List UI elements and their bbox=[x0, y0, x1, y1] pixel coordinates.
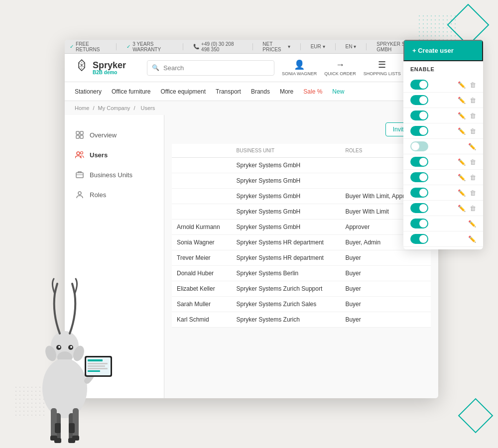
table-row: Donald Huber Spryker Systems Berlin Buye… bbox=[172, 266, 431, 281]
delete-icon[interactable]: 🗑 bbox=[470, 81, 476, 89]
svg-rect-37 bbox=[88, 365, 105, 367]
enable-row: ✏️ 🗑 bbox=[403, 170, 483, 185]
delete-icon[interactable]: 🗑 bbox=[470, 127, 476, 135]
nav-item-stationery[interactable]: Stationery bbox=[75, 83, 102, 100]
delete-icon[interactable]: 🗑 bbox=[470, 189, 476, 197]
business-units-icon bbox=[75, 170, 85, 180]
edit-icon[interactable]: ✏️ bbox=[458, 127, 466, 135]
cell-business-unit: Spryker Systems Zurich bbox=[232, 312, 341, 328]
phone-notice: 📞 +49 (0) 30 208 498 350 bbox=[193, 41, 242, 52]
currency-chevron-icon: ▾ bbox=[323, 44, 325, 49]
nav-item-new[interactable]: New bbox=[332, 83, 344, 100]
breadcrumb-my-company[interactable]: My Company bbox=[98, 105, 130, 111]
edit-icon[interactable]: ✏️ bbox=[458, 174, 466, 181]
logo-subtitle: B2B demo bbox=[93, 70, 126, 75]
table-row: Arnold Kurmann Spryker Systems GmbH Appr… bbox=[172, 220, 431, 235]
enable-toggle-0[interactable] bbox=[410, 80, 428, 90]
cell-name bbox=[172, 204, 232, 220]
edit-icon[interactable]: ✏️ bbox=[458, 189, 466, 197]
shopping-lists-label: SHOPPING LISTS bbox=[364, 71, 401, 76]
delete-icon[interactable]: 🗑 bbox=[470, 97, 476, 104]
content-area: Invite users BUSINESS UNIT ROLES Spryker… bbox=[164, 115, 438, 398]
enable-row: ✏️ bbox=[403, 139, 483, 154]
nav-item-brands[interactable]: Brands bbox=[251, 83, 270, 100]
edit-icon[interactable]: ✏️ bbox=[468, 220, 476, 227]
enable-toggle-9[interactable] bbox=[410, 219, 428, 228]
delete-icon[interactable]: 🗑 bbox=[470, 174, 476, 181]
cell-business-unit: Spryker Systems Zurich Sales bbox=[232, 297, 341, 312]
user-account[interactable]: 👤 SONIA WAGNER bbox=[282, 59, 317, 76]
svg-rect-7 bbox=[80, 135, 83, 138]
quick-order[interactable]: → QUICK ORDER bbox=[324, 60, 356, 76]
nav-item-office-furniture[interactable]: Office furniture bbox=[112, 83, 150, 100]
cell-business-unit: Spryker Systems GmbH bbox=[232, 204, 341, 220]
nav-item-more[interactable]: More bbox=[280, 83, 293, 100]
sidebar-item-business-units[interactable]: Business Units bbox=[65, 165, 164, 185]
table-row: Spryker Systems GmbH Buyer With Limit bbox=[172, 204, 431, 220]
cell-business-unit: Spryker Systems GmbH bbox=[232, 158, 341, 173]
enable-toggle-6[interactable] bbox=[410, 172, 428, 182]
table-row: Trever Meier Spryker Systems HR departme… bbox=[172, 250, 431, 266]
enable-row: ✏️ bbox=[403, 216, 483, 231]
edit-icon[interactable]: ✏️ bbox=[458, 97, 466, 104]
enable-toggle-1[interactable] bbox=[410, 95, 428, 105]
content-header: Invite users bbox=[172, 122, 431, 136]
svg-point-8 bbox=[77, 152, 80, 155]
delete-icon[interactable]: 🗑 bbox=[470, 112, 476, 119]
sidebar-business-units-label: Business Units bbox=[90, 171, 132, 179]
nav-item-transport[interactable]: Transport bbox=[216, 83, 241, 100]
cell-name: Elizabet Keller bbox=[172, 281, 232, 297]
enable-toggle-10[interactable] bbox=[410, 234, 428, 244]
edit-icon[interactable]: ✏️ bbox=[458, 81, 466, 89]
edit-icon[interactable]: ✏️ bbox=[468, 143, 476, 150]
edit-icon[interactable]: ✏️ bbox=[458, 158, 466, 166]
cell-roles: Buyer bbox=[340, 281, 431, 297]
row-actions-2: ✏️ 🗑 bbox=[458, 112, 476, 119]
delete-icon[interactable]: 🗑 bbox=[470, 158, 476, 166]
search-bar[interactable]: 🔍 bbox=[147, 60, 274, 76]
divider-2 bbox=[183, 43, 183, 50]
cell-name: Sonia Wagner bbox=[172, 235, 232, 250]
svg-rect-26 bbox=[73, 408, 79, 438]
cell-name bbox=[172, 189, 232, 204]
antelope-illustration bbox=[15, 249, 115, 448]
enable-toggle-7[interactable] bbox=[410, 188, 428, 198]
sidebar-item-overview[interactable]: Overview bbox=[65, 125, 164, 145]
cell-business-unit: Spryker Systems Zurich Support bbox=[232, 281, 341, 297]
col-name bbox=[172, 144, 232, 158]
svg-rect-5 bbox=[80, 131, 83, 134]
nav-item-office-equipment[interactable]: Office equipment bbox=[161, 83, 206, 100]
edit-icon[interactable]: ✏️ bbox=[458, 205, 466, 212]
enable-row: ✏️ 🗑 bbox=[403, 185, 483, 201]
edit-icon[interactable]: ✏️ bbox=[468, 235, 476, 243]
divider-4 bbox=[300, 43, 301, 50]
cell-name: Donald Huber bbox=[172, 266, 232, 281]
edit-icon[interactable]: ✏️ bbox=[458, 112, 466, 119]
currency-dropdown[interactable]: EUR ▾ bbox=[311, 44, 325, 49]
create-user-button[interactable]: + Create user bbox=[403, 40, 483, 61]
enable-toggle-8[interactable] bbox=[410, 203, 428, 213]
table-header-row: BUSINESS UNIT ROLES bbox=[172, 144, 431, 158]
check-icon-warranty: ✓ bbox=[126, 44, 130, 49]
svg-rect-29 bbox=[50, 436, 57, 441]
enable-toggle-3[interactable] bbox=[410, 126, 428, 136]
enable-toggle-5[interactable] bbox=[410, 157, 428, 167]
svg-point-18 bbox=[58, 346, 60, 348]
table-row: Spryker Systems GmbH Buyer With Limit, A… bbox=[172, 189, 431, 204]
shopping-lists[interactable]: ☰ SHOPPING LISTS bbox=[364, 59, 401, 76]
sidebar-item-users[interactable]: Users bbox=[65, 145, 164, 165]
breadcrumb-home[interactable]: Home bbox=[75, 105, 89, 111]
enable-toggle-2[interactable] bbox=[410, 111, 428, 120]
svg-rect-10 bbox=[76, 173, 83, 178]
nav-item-sale[interactable]: Sale % bbox=[303, 83, 322, 100]
sidebar-item-roles[interactable]: Roles bbox=[65, 185, 164, 205]
enable-toggle-4[interactable] bbox=[410, 141, 428, 151]
language-dropdown[interactable]: EN ▾ bbox=[346, 44, 357, 49]
shopping-lists-icon: ☰ bbox=[378, 59, 386, 70]
net-prices-dropdown[interactable]: NET PRICES ▾ bbox=[262, 41, 290, 52]
delete-icon[interactable]: 🗑 bbox=[470, 205, 476, 212]
header: Spryker B2B demo 🔍 👤 SONIA WAGNER → QUIC… bbox=[65, 54, 438, 82]
search-input[interactable] bbox=[147, 60, 274, 76]
logo[interactable]: Spryker B2B demo bbox=[75, 59, 139, 77]
cell-business-unit: Spryker Systems GmbH bbox=[232, 189, 341, 204]
